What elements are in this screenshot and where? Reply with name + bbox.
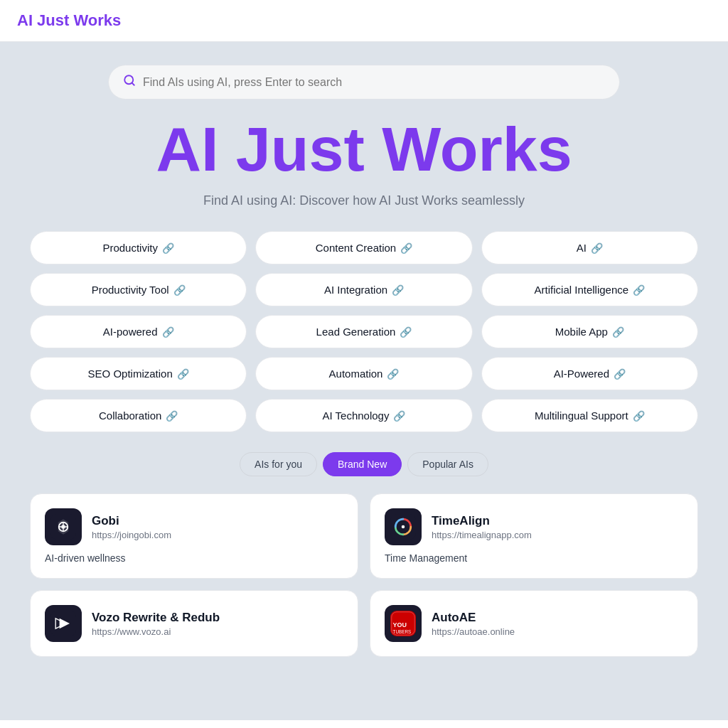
card-url: https://joingobi.com: [92, 530, 171, 540]
tag-grid: Productivity🔗Content Creation🔗AI🔗Product…: [30, 231, 698, 432]
tag-button[interactable]: Multilingual Support🔗: [481, 399, 698, 432]
tag-label: Productivity: [102, 242, 158, 254]
card-header: Gobi https://joingobi.com: [45, 508, 343, 545]
tag-label: Collaboration: [99, 410, 161, 422]
card-logo: [385, 508, 422, 545]
card-info: AutoAE https://autoae.online: [432, 611, 515, 637]
card-url: https://autoae.online: [432, 626, 515, 637]
main-content: AI Just Works Find AI using AI: Discover…: [0, 42, 728, 720]
tag-label: AI Technology: [323, 410, 390, 422]
card-logo: [45, 508, 82, 545]
tag-button[interactable]: AI🔗: [481, 231, 698, 264]
card-info: TimeAlign https://timealignapp.com: [432, 514, 532, 540]
link-icon: 🔗: [400, 326, 412, 338]
tag-button[interactable]: AI-Powered🔗: [481, 357, 698, 390]
card-name: TimeAlign: [432, 514, 532, 528]
svg-point-7: [402, 525, 405, 529]
card-name: Vozo Rewrite & Redub: [92, 611, 220, 625]
tab-button[interactable]: Brand New: [323, 452, 402, 476]
hero-title: AI Just Works: [156, 117, 572, 182]
header-title[interactable]: AI Just Works: [17, 11, 121, 29]
tag-label: Content Creation: [316, 242, 396, 254]
tab-button[interactable]: Popular AIs: [407, 452, 488, 476]
link-icon: 🔗: [591, 242, 603, 254]
tag-button[interactable]: AI Integration🔗: [255, 273, 472, 306]
card-grid: Gobi https://joingobi.com AI-driven well…: [30, 493, 698, 657]
tag-label: Artificial Intelligence: [535, 284, 629, 296]
card-info: Vozo Rewrite & Redub https://www.vozo.ai: [92, 611, 220, 637]
tag-button[interactable]: Automation🔗: [255, 357, 472, 390]
ai-card[interactable]: Vozo Rewrite & Redub https://www.vozo.ai: [30, 590, 358, 657]
link-icon: 🔗: [177, 368, 189, 380]
card-url: https://timealignapp.com: [432, 530, 532, 540]
ai-card[interactable]: Gobi https://joingobi.com AI-driven well…: [30, 493, 358, 579]
card-header: TimeAlign https://timealignapp.com: [385, 508, 683, 545]
link-icon: 🔗: [633, 410, 645, 422]
tag-button[interactable]: SEO Optimization🔗: [30, 357, 247, 390]
svg-line-1: [132, 82, 134, 85]
card-description: Time Management: [385, 552, 683, 564]
tag-button[interactable]: AI Technology🔗: [255, 399, 472, 432]
link-icon: 🔗: [612, 326, 624, 338]
tag-button[interactable]: Mobile App🔗: [481, 315, 698, 348]
tag-label: AI: [577, 242, 587, 254]
tag-button[interactable]: Collaboration🔗: [30, 399, 247, 432]
svg-text:TUBERS: TUBERS: [393, 630, 412, 635]
card-name: Gobi: [92, 514, 171, 528]
tab-button[interactable]: AIs for you: [240, 452, 317, 476]
tag-label: Lead Generation: [316, 326, 396, 338]
link-icon: 🔗: [387, 368, 399, 380]
search-input[interactable]: [143, 76, 605, 89]
tag-label: Multilingual Support: [535, 410, 628, 422]
link-icon: 🔗: [393, 410, 405, 422]
tag-button[interactable]: AI-powered🔗: [30, 315, 247, 348]
header: AI Just Works: [0, 0, 728, 42]
tag-button[interactable]: Artificial Intelligence🔗: [481, 273, 698, 306]
tag-label: Automation: [329, 368, 383, 380]
link-icon: 🔗: [633, 284, 645, 296]
tag-label: SEO Optimization: [88, 368, 173, 380]
card-logo: [45, 605, 82, 642]
tag-label: Productivity Tool: [92, 284, 169, 296]
link-icon: 🔗: [173, 284, 186, 296]
card-url: https://www.vozo.ai: [92, 626, 220, 637]
link-icon: 🔗: [614, 368, 626, 380]
tag-label: AI-Powered: [554, 368, 609, 380]
hero-subtitle: Find AI using AI: Discover how AI Just W…: [203, 193, 525, 208]
tag-button[interactable]: Productivity🔗: [30, 231, 247, 264]
card-header: YOU TUBERS AutoAE https://autoae.online: [385, 605, 683, 642]
ai-card[interactable]: TimeAlign https://timealignapp.com Time …: [370, 493, 698, 579]
ai-card[interactable]: YOU TUBERS AutoAE https://autoae.online: [370, 590, 698, 657]
search-icon: [123, 74, 136, 90]
tag-button[interactable]: Content Creation🔗: [255, 231, 472, 264]
tab-bar: AIs for youBrand NewPopular AIs: [240, 452, 488, 476]
link-icon: 🔗: [162, 242, 174, 254]
card-logo: YOU TUBERS: [385, 605, 422, 642]
card-name: AutoAE: [432, 611, 515, 625]
card-description: AI-driven wellness: [45, 552, 343, 564]
svg-point-4: [61, 525, 65, 529]
tag-label: AI-powered: [103, 326, 158, 338]
tag-button[interactable]: Productivity Tool🔗: [30, 273, 247, 306]
tag-label: Mobile App: [555, 326, 608, 338]
link-icon: 🔗: [392, 284, 404, 296]
link-icon: 🔗: [162, 326, 174, 338]
search-bar: [108, 65, 620, 100]
card-info: Gobi https://joingobi.com: [92, 514, 171, 540]
svg-text:YOU: YOU: [393, 622, 407, 629]
card-header: Vozo Rewrite & Redub https://www.vozo.ai: [45, 605, 343, 642]
link-icon: 🔗: [400, 242, 412, 254]
tag-button[interactable]: Lead Generation🔗: [255, 315, 472, 348]
link-icon: 🔗: [166, 410, 178, 422]
tag-label: AI Integration: [324, 284, 387, 296]
